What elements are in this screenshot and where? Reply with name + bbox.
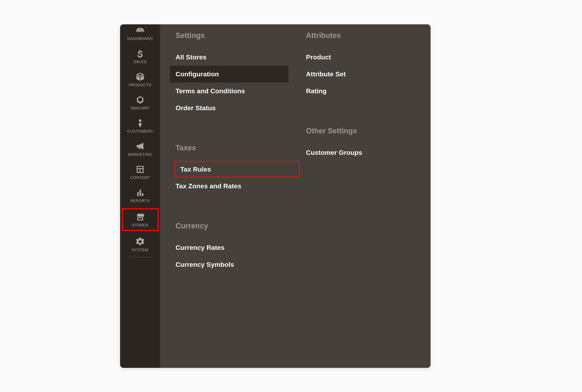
layout-icon [134,164,146,174]
box-icon [134,72,146,82]
nav-dashboard[interactable]: DASHBOARD [120,26,160,44]
nav-content[interactable]: CONTENT [120,160,160,184]
nav-stores[interactable]: STORES [122,208,159,231]
link-all-stores[interactable]: All Stores [170,49,300,66]
nav-label: SALES [133,60,147,64]
flyout-col-b: Attributes Product Attribute Set Rating … [300,31,431,368]
sidebar-divider [128,257,152,257]
nav-sales[interactable]: SALES [120,44,160,68]
nav-label: REPORTS [130,199,150,203]
sidebar: DASHBOARD SALES PRODUCTS SIMICART [120,24,160,368]
link-currency-rates[interactable]: Currency Rates [170,239,300,256]
admin-panel: DASHBOARD SALES PRODUCTS SIMICART [120,24,431,368]
link-tax-rules[interactable]: Tax Rules [175,161,300,178]
nav-label: SYSTEM [132,248,148,252]
section-head-settings: Settings [176,31,300,40]
link-rating[interactable]: Rating [300,82,431,100]
nav-label: DASHBOARD [127,36,153,41]
bar-chart-icon [134,188,146,198]
nav-label: PRODUCTS [129,83,151,87]
person-icon [134,118,146,128]
dollar-icon [134,49,146,58]
nav-system[interactable]: SYSTEM [120,232,160,256]
nav-reports[interactable]: REPORTS [120,184,160,206]
nav-label: CUSTOMERS [127,129,153,134]
stores-flyout: Settings All Stores Configuration Terms … [160,24,431,368]
store-icon [134,212,146,222]
link-order-status[interactable]: Order Status [170,100,300,116]
section-head-attributes: Attributes [306,31,431,40]
link-customer-groups[interactable]: Customer Groups [300,144,431,161]
link-product[interactable]: Product [300,49,431,66]
link-attribute-set[interactable]: Attribute Set [300,66,431,82]
megaphone-icon [134,142,146,151]
nav-label: STORES [132,223,148,228]
section-head-taxes: Taxes [176,144,300,152]
gauge-icon [134,26,146,35]
nav-label: MARKETING [128,152,152,157]
nav-simicart[interactable]: SIMICART [120,91,160,114]
link-configuration[interactable]: Configuration [170,66,288,82]
section-head-currency: Currency [176,222,300,230]
nav-label: CONTENT [130,176,150,180]
nav-products[interactable]: PRODUCTS [120,68,160,91]
hexagon-icon [134,95,146,105]
gear-icon [134,237,146,246]
flyout-col-a: Settings All Stores Configuration Terms … [170,31,300,368]
nav-label: SIMICART [130,106,150,110]
link-currency-symbols[interactable]: Currency Symbols [170,256,300,273]
nav-marketing[interactable]: MARKETING [120,137,160,160]
link-tax-zones[interactable]: Tax Zones and Rates [170,178,300,194]
section-head-other: Other Settings [306,127,431,135]
link-terms[interactable]: Terms and Conditions [170,82,300,100]
nav-customers[interactable]: CUSTOMERS [120,114,160,137]
